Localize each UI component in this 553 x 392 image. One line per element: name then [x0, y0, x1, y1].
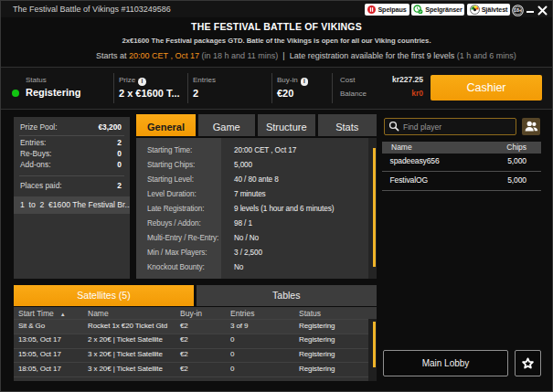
svg-text:18+: 18+ [515, 8, 522, 13]
